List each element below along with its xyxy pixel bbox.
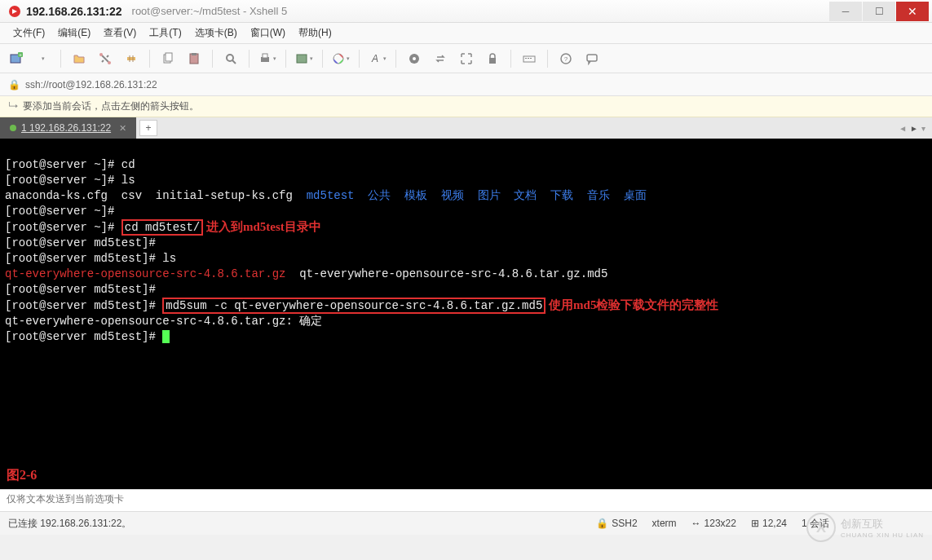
feedback-button[interactable] [581, 47, 603, 70]
status-cursor-position: ⊞12,24 [751, 517, 787, 531]
maximize-button[interactable]: ☐ [863, 2, 895, 21]
tab-close-icon[interactable]: ✕ [119, 123, 126, 134]
terminal-line: [root@server ~]# cd [5, 158, 135, 171]
input-bar [0, 489, 932, 512]
status-terminal-type: xterm [652, 517, 677, 531]
terminal-line: qt-everywhere-opensource-src-4.8.6.tar.g… [5, 267, 607, 280]
menu-edit[interactable]: 编辑(E) [51, 23, 97, 43]
terminal-line: [root@server md5test]# md5sum -c qt-ever… [5, 299, 718, 312]
properties-button[interactable] [293, 47, 316, 70]
connected-indicator-icon [10, 125, 16, 131]
new-session-button[interactable]: + [5, 47, 28, 70]
minimize-button[interactable]: ─ [829, 2, 862, 21]
open-button[interactable] [68, 47, 91, 70]
ssh-icon: 🔒 [596, 518, 608, 529]
copy-button[interactable] [157, 47, 179, 70]
terminal-line: [root@server md5test]# [5, 330, 170, 343]
watermark-sub: CHUANG XIN HU LIAN [841, 531, 924, 539]
svg-rect-8 [166, 53, 172, 61]
status-size: ↔123x22 [691, 517, 736, 531]
terminal-line: [root@server ~]# cd md5test/ 进入到md5test目… [5, 221, 321, 234]
svg-text:?: ? [564, 55, 568, 63]
arrow-icon[interactable]: ⮡ [8, 101, 18, 112]
status-protocol: 🔒SSH2 [596, 517, 637, 531]
svg-rect-26 [587, 55, 597, 61]
terminal-line: [root@server ~]# [5, 205, 114, 218]
app-icon [8, 5, 21, 18]
lock-button[interactable] [481, 47, 504, 70]
color-button[interactable] [329, 47, 352, 70]
watermark: X 创新互联 CHUANG XIN HU LIAN [806, 513, 924, 542]
highlighted-command: cd md5test/ [121, 219, 203, 236]
tab-prev-icon[interactable]: ◄ [899, 124, 907, 133]
send-input[interactable] [7, 493, 925, 505]
menu-view[interactable]: 查看(V) [97, 23, 143, 43]
highlighted-command: md5sum -c qt-everywhere-opensource-src-4… [162, 298, 546, 314]
font-button[interactable]: A [366, 47, 389, 70]
svg-point-18 [413, 57, 416, 60]
fullscreen-button[interactable] [455, 47, 478, 70]
info-bar: ⮡ 要添加当前会话，点击左侧的箭头按钮。 [0, 96, 932, 117]
tab-list-icon[interactable]: ▾ [921, 124, 925, 133]
terminal-line: qt-everywhere-opensource-src-4.8.6.tar.g… [5, 315, 322, 328]
disconnect-button[interactable] [120, 47, 143, 70]
position-icon: ⊞ [751, 518, 759, 529]
svg-rect-13 [263, 54, 267, 58]
terminal[interactable]: [root@server ~]# cd [root@server ~]# ls … [0, 139, 932, 489]
reconnect-button[interactable] [94, 47, 117, 70]
svg-rect-20 [523, 56, 535, 62]
session-tab[interactable]: 1 192.168.26.131:22 ✕ [0, 117, 136, 139]
close-button[interactable]: ✕ [896, 2, 929, 21]
keyboard-button[interactable] [518, 47, 541, 70]
svg-point-11 [227, 55, 233, 61]
svg-point-4 [99, 53, 103, 56]
menu-help[interactable]: 帮助(H) [292, 23, 338, 43]
find-button[interactable] [219, 47, 242, 70]
terminal-line: [root@server md5test]# [5, 236, 156, 249]
add-tab-button[interactable]: + [139, 120, 157, 136]
status-connection: 已连接 192.168.26.131:22。 [8, 517, 131, 531]
help-button[interactable]: ? [554, 47, 577, 70]
lock-icon: 🔒 [8, 79, 20, 90]
toolbar: + A ? [0, 44, 932, 73]
address-bar: 🔒 ssh://root@192.168.26.131:22 [0, 73, 932, 96]
print-button[interactable] [256, 47, 279, 70]
figure-label: 图2-6 [7, 467, 37, 483]
menu-window[interactable]: 窗口(W) [244, 23, 292, 43]
svg-rect-21 [525, 58, 527, 59]
tab-bar: 1 192.168.26.131:22 ✕ + ◄ ► ▾ [0, 117, 932, 139]
svg-rect-14 [297, 55, 307, 63]
resize-icon: ↔ [691, 518, 701, 529]
watermark-logo-icon: X [806, 513, 836, 542]
tab-next-icon[interactable]: ► [910, 124, 918, 133]
annotation-enter-dir: 进入到md5test目录中 [203, 220, 321, 233]
new-session-dropdown[interactable] [31, 47, 54, 70]
cursor-icon [162, 330, 170, 343]
menu-file[interactable]: 文件(F) [7, 23, 51, 43]
svg-rect-19 [489, 58, 496, 64]
svg-rect-6 [127, 57, 135, 60]
window-controls: ─ ☐ ✕ [828, 2, 929, 21]
svg-text:A: A [371, 53, 378, 64]
svg-rect-22 [528, 58, 529, 59]
tab-nav: ◄ ► ▾ [899, 124, 932, 133]
status-bar: 已连接 192.168.26.131:22。 🔒SSH2 xterm ↔123x… [0, 512, 932, 535]
script-button[interactable] [403, 47, 426, 70]
info-text: 要添加当前会话，点击左侧的箭头按钮。 [23, 99, 199, 113]
svg-point-5 [108, 61, 111, 64]
window-title-sub: root@server:~/md5test - Xshell 5 [132, 5, 288, 17]
svg-rect-23 [530, 58, 532, 59]
watermark-main: 创新互联 [841, 518, 883, 530]
annotation-md5-check: 使用md5检验下载文件的完整性 [546, 298, 718, 311]
address-text[interactable]: ssh://root@192.168.26.131:22 [25, 79, 157, 90]
terminal-line: [root@server md5test]# ls [5, 252, 176, 265]
transfer-button[interactable] [429, 47, 452, 70]
menu-tabs[interactable]: 选项卡(B) [188, 23, 244, 43]
menu-tools[interactable]: 工具(T) [143, 23, 188, 43]
svg-rect-10 [192, 53, 197, 55]
tab-label: 1 192.168.26.131:22 [21, 122, 111, 134]
terminal-line: [root@server ~]# ls [5, 174, 135, 187]
terminal-line: anaconda-ks.cfg csv initial-setup-ks.cfg… [5, 189, 647, 202]
paste-button[interactable] [183, 47, 205, 70]
terminal-line: [root@server md5test]# [5, 283, 156, 296]
